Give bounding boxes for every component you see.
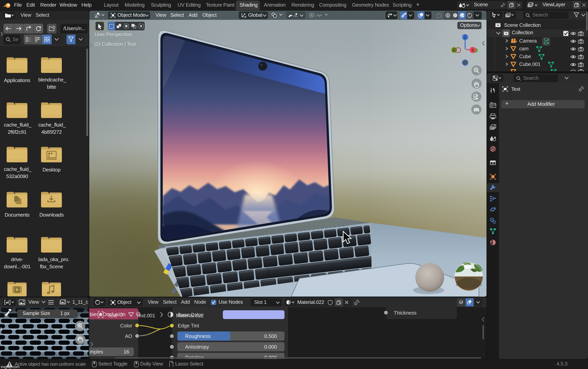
svg-text:Edge Tint: Edge Tint (178, 323, 199, 328)
svg-text:X: X (471, 48, 474, 52)
svg-text:Text: Text (108, 313, 117, 318)
svg-text:Roughness: Roughness (185, 333, 211, 339)
svg-text:16: 16 (124, 349, 129, 355)
svg-text:Material.022: Material.022 (176, 313, 204, 318)
svg-text:0.000: 0.000 (264, 344, 277, 350)
svg-text:Thickness: Thickness (394, 310, 416, 316)
svg-text:Z: Z (464, 35, 466, 40)
svg-text:mples: mples (90, 349, 103, 355)
svg-text:AO: AO (125, 333, 132, 339)
svg-text:Text.001: Text.001 (136, 313, 155, 318)
svg-text:0.500: 0.500 (264, 333, 277, 339)
svg-text:Color: Color (120, 323, 132, 328)
svg-text:Anisotropy: Anisotropy (185, 344, 209, 350)
